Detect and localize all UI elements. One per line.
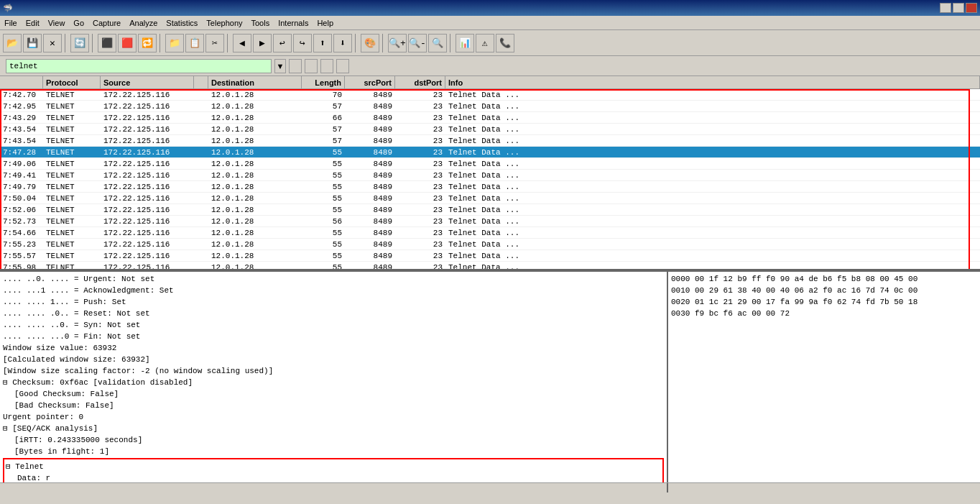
table-row[interactable]: 7:49.79TELNET172.22.125.11612.0.1.285584… bbox=[0, 181, 980, 193]
hex-hscroll[interactable] bbox=[668, 483, 980, 492]
toolbar-save-btn[interactable]: 💾 bbox=[23, 34, 42, 52]
menu-item-analyze[interactable]: Analyze bbox=[125, 17, 162, 29]
menu-item-statistics[interactable]: Statistics bbox=[162, 17, 202, 29]
toolbar-voip-btn[interactable]: 📞 bbox=[496, 34, 514, 52]
col-header-dstport[interactable]: dstPort bbox=[395, 76, 445, 88]
expression-button[interactable] bbox=[289, 59, 302, 73]
toolbar-stats-btn[interactable]: 📊 bbox=[456, 34, 474, 52]
menu-item-file[interactable]: File bbox=[0, 17, 22, 29]
menu-item-go[interactable]: Go bbox=[69, 17, 88, 29]
title-bar: 🦈 bbox=[0, 0, 980, 16]
toolbar-sep4 bbox=[227, 34, 230, 52]
toolbar-up-btn[interactable]: ↩ bbox=[273, 34, 292, 52]
toolbar-sep7 bbox=[450, 34, 453, 52]
toolbar-expert-btn[interactable]: ⚠ bbox=[476, 34, 494, 52]
packet-list-container: Protocol Source Destination Length srcPo… bbox=[0, 76, 980, 270]
menu-item-internals[interactable]: Internals bbox=[274, 17, 313, 29]
menu-item-help[interactable]: Help bbox=[313, 17, 338, 29]
col-header-time[interactable] bbox=[0, 76, 43, 88]
col-header-protocol[interactable]: Protocol bbox=[43, 76, 101, 88]
table-row[interactable]: 7:55.57TELNET172.22.125.11612.0.1.285584… bbox=[0, 250, 980, 262]
toolbar-close-btn[interactable]: ✕ bbox=[43, 34, 62, 52]
table-row[interactable]: 7:43.54TELNET172.22.125.11612.0.1.285784… bbox=[0, 124, 980, 135]
toolbar-down-btn[interactable]: ↪ bbox=[293, 34, 312, 52]
close-button[interactable] bbox=[966, 3, 977, 13]
detail-pane[interactable]: .... ..0. .... = Urgent: Not set.... ...… bbox=[0, 272, 668, 482]
toolbar-restart-btn[interactable]: 🔁 bbox=[138, 34, 157, 52]
col-header-dest[interactable]: Destination bbox=[208, 76, 302, 88]
table-row[interactable]: 7:49.41TELNET172.22.125.11612.0.1.285584… bbox=[0, 170, 980, 181]
toolbar-reload-btn[interactable]: 🔄 bbox=[70, 34, 89, 52]
table-row[interactable]: 7:43.54TELNET172.22.125.11612.0.1.285784… bbox=[0, 135, 980, 147]
toolbar-sep2 bbox=[92, 34, 95, 52]
detail-line: .... ...1 .... = Acknowledgment: Set bbox=[3, 285, 664, 296]
detail-line: [Good Checksum: False] bbox=[3, 388, 664, 400]
table-row[interactable]: 7:55.98TELNET172.22.125.11612.0.1.285584… bbox=[0, 262, 980, 270]
table-row[interactable]: 7:43.29TELNET172.22.125.11612.0.1.286684… bbox=[0, 112, 980, 124]
table-row[interactable]: 7:47.28TELNET172.22.125.11612.0.1.285584… bbox=[0, 147, 980, 158]
table-row[interactable]: 7:52.06TELNET172.22.125.11612.0.1.285584… bbox=[0, 204, 980, 216]
toolbar: 📂 💾 ✕ 🔄 ⬛ 🟥 🔁 📁 📋 ✂ ◀ ▶ ↩ ↪ ⬆ ⬇ 🎨 🔍+ 🔍- … bbox=[0, 30, 980, 56]
clear-button[interactable] bbox=[305, 59, 318, 73]
detail-line: [iRTT: 0.243335000 seconds] bbox=[3, 434, 664, 446]
menu-item-telephony[interactable]: Telephony bbox=[202, 17, 246, 29]
detail-line: .... ..0. .... = Urgent: Not set bbox=[3, 273, 664, 285]
menu-item-capture[interactable]: Capture bbox=[88, 17, 125, 29]
detail-line: ⊟ [SEQ/ACK analysis] bbox=[3, 423, 664, 434]
toolbar-savef-btn[interactable]: 📋 bbox=[185, 34, 204, 52]
col-header-info[interactable]: Info bbox=[445, 76, 980, 88]
toolbar-zoom-out-btn[interactable]: 🔍- bbox=[408, 34, 427, 52]
toolbar-back-btn[interactable]: ◀ bbox=[233, 34, 251, 52]
table-row[interactable]: 7:52.73TELNET172.22.125.11612.0.1.285684… bbox=[0, 216, 980, 227]
toolbar-color-btn[interactable]: 🎨 bbox=[361, 34, 379, 52]
app-icon: 🦈 bbox=[3, 4, 13, 13]
maximize-button[interactable] bbox=[953, 3, 964, 13]
toolbar-cut-btn[interactable]: ✂ bbox=[205, 34, 224, 52]
hex-pane[interactable]: 0000 00 1f 12 b9 ff f0 90 a4 de b6 f5 b8… bbox=[668, 272, 980, 482]
detail-line: ⊟ Checksum: 0xf6ac [validation disabled] bbox=[3, 377, 664, 388]
col-header-source[interactable]: Source bbox=[101, 76, 194, 88]
lower-container: .... ..0. .... = Urgent: Not set.... ...… bbox=[0, 270, 980, 482]
filter-input[interactable] bbox=[6, 59, 272, 73]
minimize-button[interactable] bbox=[940, 3, 951, 13]
detail-line: .... .... ...0 = Fin: Not set bbox=[3, 331, 664, 342]
title-bar-left: 🦈 bbox=[3, 4, 16, 13]
menu-item-edit[interactable]: Edit bbox=[22, 17, 44, 29]
col-header-length[interactable]: Length bbox=[302, 76, 345, 88]
menu-bar: FileEditViewGoCaptureAnalyzeStatisticsTe… bbox=[0, 16, 980, 30]
toolbar-last-btn[interactable]: ⬇ bbox=[333, 34, 352, 52]
toolbar-capture-btn[interactable]: ⬛ bbox=[98, 34, 116, 52]
table-row[interactable]: 7:55.23TELNET172.22.125.11612.0.1.285584… bbox=[0, 239, 980, 250]
hex-row: 0030 f9 bc f6 ac 00 00 72 bbox=[671, 308, 977, 319]
table-row[interactable]: 7:50.04TELNET172.22.125.11612.0.1.285584… bbox=[0, 193, 980, 204]
save-button[interactable] bbox=[336, 59, 349, 73]
detail-line: Data: r bbox=[6, 472, 661, 482]
col-header-srcport[interactable]: srcPort bbox=[345, 76, 395, 88]
title-bar-controls[interactable] bbox=[940, 3, 977, 13]
table-row[interactable]: 7:54.66TELNET172.22.125.11612.0.1.285584… bbox=[0, 227, 980, 239]
toolbar-open-btn[interactable]: 📂 bbox=[3, 34, 22, 52]
table-row[interactable]: 7:42.95TELNET172.22.125.11612.0.1.285784… bbox=[0, 101, 980, 112]
toolbar-sep1 bbox=[65, 34, 68, 52]
menu-item-view[interactable]: View bbox=[44, 17, 70, 29]
toolbar-first-btn[interactable]: ⬆ bbox=[313, 34, 332, 52]
apply-button[interactable] bbox=[320, 59, 333, 73]
toolbar-zoom-reset-btn[interactable]: 🔍 bbox=[428, 34, 447, 52]
telnet-section-border: ⊟ TelnetData: r bbox=[3, 458, 664, 482]
toolbar-stop-btn[interactable]: 🟥 bbox=[118, 34, 137, 52]
filter-bar: ▼ bbox=[0, 56, 980, 76]
hex-row: 0020 01 1c 21 29 00 17 fa 99 9a f0 62 74… bbox=[671, 296, 977, 308]
packet-scroll[interactable]: 7:42.70TELNET172.22.125.11612.0.1.287084… bbox=[0, 89, 980, 270]
toolbar-open2-btn[interactable]: 📁 bbox=[165, 34, 184, 52]
hex-row: 0010 00 29 61 38 40 00 40 06 a2 f0 ac 16… bbox=[671, 285, 977, 296]
bottom-scrollbar[interactable] bbox=[0, 482, 980, 492]
detail-hscroll[interactable] bbox=[0, 483, 668, 492]
toolbar-sep6 bbox=[382, 34, 385, 52]
toolbar-fwd-btn[interactable]: ▶ bbox=[253, 34, 272, 52]
menu-item-tools[interactable]: Tools bbox=[247, 17, 274, 29]
table-row[interactable]: 7:42.70TELNET172.22.125.11612.0.1.287084… bbox=[0, 89, 980, 101]
detail-line: ⊟ Telnet bbox=[6, 461, 661, 472]
filter-dropdown-btn[interactable]: ▼ bbox=[274, 59, 286, 73]
table-row[interactable]: 7:49.06TELNET172.22.125.11612.0.1.285584… bbox=[0, 158, 980, 170]
toolbar-zoom-in-btn[interactable]: 🔍+ bbox=[388, 34, 407, 52]
